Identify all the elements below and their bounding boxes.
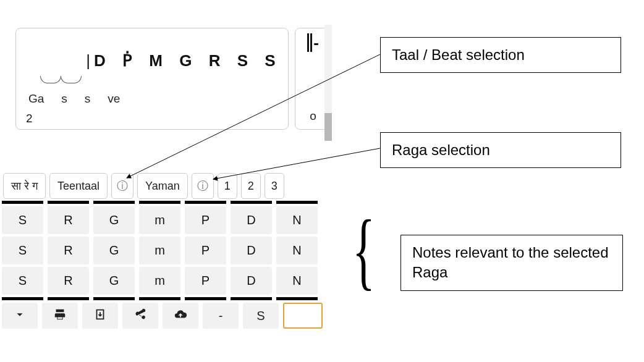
note-key[interactable]: D bbox=[231, 206, 272, 234]
note-key[interactable]: m bbox=[139, 206, 180, 234]
share-button[interactable] bbox=[122, 303, 158, 329]
grid-top-bars bbox=[0, 201, 323, 204]
octave-2-button[interactable]: 2 bbox=[241, 173, 261, 199]
raga-info-button[interactable]: ⓘ bbox=[192, 173, 214, 199]
taal-select[interactable]: Teentaal bbox=[49, 173, 108, 199]
script-button[interactable]: सा रे ग bbox=[3, 173, 46, 199]
scrollbar-track[interactable] bbox=[324, 25, 332, 141]
callout-taal: Taal / Beat selection bbox=[380, 37, 621, 73]
lyric-syllable: ve bbox=[108, 92, 120, 106]
octave-1-button[interactable]: 1 bbox=[218, 173, 237, 199]
note-key[interactable]: R bbox=[48, 267, 89, 295]
note-row: S R G m P D N bbox=[0, 206, 323, 234]
info-icon: ⓘ bbox=[197, 179, 208, 193]
notes-text: D Ṗ M G R S S bbox=[94, 51, 281, 70]
note-key[interactable]: G bbox=[93, 206, 135, 234]
print-icon bbox=[53, 308, 67, 324]
bar-line: | bbox=[86, 51, 90, 70]
chevron-down-icon bbox=[13, 308, 27, 324]
footer-toolbar: - S bbox=[0, 303, 323, 329]
lyrics-line: Ga s s ve bbox=[22, 92, 282, 106]
note-key[interactable]: N bbox=[276, 237, 318, 264]
callout-notes: Notes relevant to the selected Raga bbox=[400, 235, 623, 291]
import-button[interactable] bbox=[82, 303, 118, 329]
raga-select[interactable]: Yaman bbox=[137, 173, 188, 199]
info-icon: ⓘ bbox=[117, 179, 128, 193]
terminator-symbol: o bbox=[310, 109, 316, 123]
note-grid: S R G m P D N S R G m P D N S R G m P D … bbox=[0, 201, 323, 300]
import-icon bbox=[93, 308, 107, 324]
note-key[interactable]: D bbox=[231, 237, 272, 264]
note-key[interactable]: P bbox=[185, 267, 226, 295]
dash-button[interactable]: - bbox=[203, 303, 239, 329]
note-key[interactable]: m bbox=[139, 267, 180, 295]
share-icon bbox=[133, 308, 147, 324]
note-key[interactable]: N bbox=[276, 267, 318, 295]
note-key[interactable]: D bbox=[231, 267, 272, 295]
lyric-syllable: Ga bbox=[28, 92, 44, 106]
note-row: S R G m P D N bbox=[0, 267, 323, 295]
cloud-upload-icon bbox=[174, 308, 187, 324]
octave-3-button[interactable]: 3 bbox=[265, 173, 284, 199]
note-key[interactable]: S bbox=[2, 237, 43, 264]
s-button[interactable]: S bbox=[243, 303, 279, 329]
cloud-upload-button[interactable] bbox=[163, 303, 198, 329]
expand-button[interactable] bbox=[2, 303, 38, 329]
note-key[interactable]: N bbox=[276, 206, 318, 234]
note-key[interactable]: G bbox=[93, 267, 135, 295]
scrollbar-thumb[interactable] bbox=[324, 113, 332, 141]
note-key[interactable]: m bbox=[139, 237, 180, 264]
note-key[interactable]: S bbox=[2, 267, 43, 295]
note-key[interactable]: P bbox=[185, 237, 226, 264]
double-bar-icon: - bbox=[307, 32, 319, 53]
note-key[interactable]: R bbox=[48, 206, 89, 234]
note-key[interactable]: R bbox=[48, 237, 89, 264]
note-row: S R G m P D N bbox=[0, 237, 323, 264]
note-key[interactable]: G bbox=[93, 237, 135, 264]
lyric-syllable: s bbox=[85, 92, 91, 106]
beat-number: 2 bbox=[22, 112, 282, 125]
taal-info-button[interactable]: ⓘ bbox=[111, 173, 133, 199]
callout-raga: Raga selection bbox=[380, 132, 621, 168]
notation-area: |D Ṗ M G R S S Ga s s ve 2 - o bbox=[15, 28, 332, 130]
selector-row: सा रे ग Teentaal ⓘ Yaman ⓘ 1 2 3 bbox=[3, 173, 284, 199]
note-key[interactable]: S bbox=[2, 206, 43, 234]
highlight-box[interactable] bbox=[283, 303, 323, 329]
print-button[interactable] bbox=[42, 303, 78, 329]
note-key[interactable]: P bbox=[185, 206, 226, 234]
lyric-syllable: s bbox=[61, 92, 67, 106]
notation-box: |D Ṗ M G R S S Ga s s ve 2 bbox=[15, 28, 289, 130]
brace-icon: { bbox=[352, 210, 375, 290]
note-ring-group bbox=[40, 76, 81, 83]
grid-bottom-bars bbox=[0, 297, 323, 300]
